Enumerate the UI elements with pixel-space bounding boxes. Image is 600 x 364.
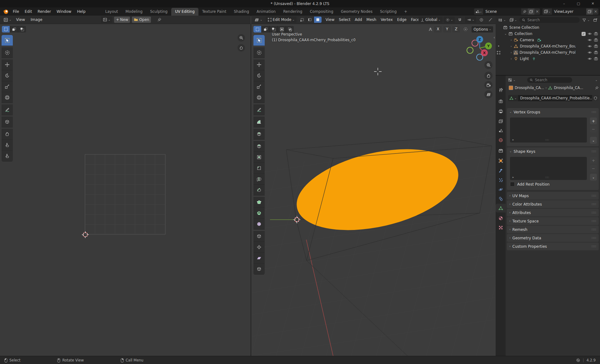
mesh-data-browse-button[interactable]: ⌄: [508, 95, 518, 101]
edge-select-mode[interactable]: [306, 17, 314, 23]
region-collapse-icon[interactable]: ‹: [493, 35, 495, 40]
vp-bevel-tool[interactable]: [253, 163, 265, 174]
tab-texture-properties[interactable]: [496, 223, 506, 232]
tab-modeling[interactable]: Modeling: [122, 8, 147, 16]
vp-shrink-fatten-tool[interactable]: [253, 242, 265, 253]
menu-help[interactable]: Help: [74, 7, 88, 16]
tab-render-properties[interactable]: [496, 97, 506, 106]
vp-extrude-region-tool[interactable]: [253, 141, 265, 152]
scene-pin-icon[interactable]: [521, 8, 528, 15]
shape-key-add-button[interactable]: +: [590, 157, 597, 164]
outliner-filter-dropdown[interactable]: ⌄: [581, 17, 591, 23]
vp-menu-select[interactable]: Select: [337, 16, 352, 24]
vp-perspective-toggle-icon[interactable]: [484, 90, 492, 98]
maximize-button[interactable]: ▢: [571, 0, 586, 7]
outliner-row-scene-collection[interactable]: Scene Collection: [496, 24, 600, 31]
uv-new-image-button[interactable]: + New: [114, 17, 130, 23]
panel-grip[interactable]: ∷∷: [592, 110, 596, 114]
tab-object-properties[interactable]: [496, 156, 506, 165]
viewlayer-remove-button[interactable]: ✕: [593, 8, 598, 15]
mirror-z-button[interactable]: Z: [452, 26, 460, 32]
uv-pan-icon[interactable]: [238, 44, 245, 52]
mode-dropdown[interactable]: Edit Mode ⌄: [266, 17, 297, 23]
expand-icon[interactable]: ›: [511, 45, 512, 48]
disable-render-icon[interactable]: [594, 32, 598, 36]
vp-spin-tool[interactable]: [253, 208, 265, 219]
new-collection-button[interactable]: [592, 17, 598, 23]
vp-select-subtract-mode[interactable]: [270, 26, 278, 32]
scene-browse-icon[interactable]: ⌄: [474, 8, 483, 15]
vp-knife-tool[interactable]: [253, 185, 265, 196]
transform-orientation-dropdown[interactable]: Global ⌄: [418, 17, 442, 23]
vp-move-tool[interactable]: [253, 59, 265, 70]
vertex-group-remove-button[interactable]: −: [590, 126, 597, 132]
disable-render-icon[interactable]: [594, 38, 598, 42]
options-dropdown[interactable]: Options⌄: [472, 26, 493, 32]
proportional-falloff-dropdown[interactable]: [487, 17, 494, 23]
gizmo-axis-y-neg[interactable]: [467, 47, 473, 53]
snap-settings-dropdown[interactable]: ⌄: [465, 17, 476, 23]
geometry-data-panel[interactable]: ›Geometry Data∷∷: [507, 234, 599, 242]
viewlayer-name-field[interactable]: ViewLayer: [552, 8, 586, 15]
tab-shading[interactable]: Shading: [230, 8, 253, 16]
mirror-x-button[interactable]: X: [434, 26, 442, 32]
panel-grip[interactable]: ∷∷: [592, 150, 596, 153]
uv-menu-view[interactable]: View: [13, 16, 28, 24]
vertex-groups-header[interactable]: ⌄ Vertex Groups ∷∷: [507, 108, 599, 116]
tab-collection-properties[interactable]: [496, 146, 506, 155]
tab-constraint-properties[interactable]: [496, 194, 506, 203]
hide-viewport-icon[interactable]: [588, 50, 592, 55]
outliner-search[interactable]: [519, 17, 580, 23]
mesh-datablock-name-field[interactable]: Drosophila_CAAX-mCherry_Probabilitie...: [518, 95, 592, 101]
vp-cursor-tool[interactable]: [253, 47, 265, 58]
breadcrumb-data[interactable]: Drosophila_CA...: [554, 86, 583, 90]
vp-inset-faces-tool[interactable]: [253, 152, 265, 163]
vp-menu-edge[interactable]: Edge: [395, 16, 409, 24]
menu-edit[interactable]: Edit: [22, 7, 35, 16]
tab-sculpting[interactable]: Sculpting: [146, 8, 171, 16]
vp-measure-tool[interactable]: [253, 117, 265, 127]
tab-geometry-nodes[interactable]: Geometry Nodes: [337, 8, 376, 16]
blender-logo-icon[interactable]: [2, 8, 9, 15]
vp-annotate-tool[interactable]: [253, 104, 265, 115]
collection-checkbox[interactable]: ✓: [582, 32, 586, 36]
shape-keys-header[interactable]: ⌄ Shape Keys ∷∷: [507, 147, 599, 155]
shape-key-specials-dropdown[interactable]: ⌄: [590, 174, 597, 181]
vp-menu-vertex[interactable]: Vertex: [378, 16, 395, 24]
shape-keys-list[interactable]: ▸ ∷∷: [510, 157, 587, 180]
expand-icon[interactable]: ›: [511, 57, 512, 60]
disable-render-icon[interactable]: [594, 50, 598, 55]
face-select-mode[interactable]: [314, 17, 322, 23]
disable-render-icon[interactable]: [594, 44, 598, 48]
vertex-group-specials-dropdown[interactable]: ⌄: [590, 137, 597, 144]
outliner-row-light[interactable]: › Light: [496, 56, 600, 62]
tab-uv-editing[interactable]: UV Editing: [171, 8, 198, 16]
menu-window[interactable]: Window: [54, 7, 74, 16]
remesh-panel[interactable]: ›Remesh∷∷: [507, 226, 599, 233]
vp-poly-build-tool[interactable]: [253, 197, 265, 208]
vp-scale-tool[interactable]: [253, 81, 265, 92]
scene-unlink-button[interactable]: ✕: [534, 8, 540, 15]
vp-tweak-select-tool[interactable]: [253, 35, 265, 46]
vp-camera-view-icon[interactable]: [484, 81, 492, 89]
add-workspace-button[interactable]: +: [400, 8, 411, 16]
vp-select-intersect-mode[interactable]: [286, 26, 294, 32]
hide-viewport-icon[interactable]: [588, 44, 592, 48]
vp-menu-mesh[interactable]: Mesh: [364, 16, 379, 24]
uv-zoom-icon[interactable]: [238, 34, 245, 42]
vp-menu-add[interactable]: Add: [352, 16, 364, 24]
uv-image-browse-button[interactable]: ⌄: [101, 17, 112, 23]
add-rest-position-checkbox[interactable]: [510, 182, 515, 187]
tab-physics-properties[interactable]: [496, 185, 506, 194]
vp-rip-region-tool[interactable]: [253, 264, 265, 275]
vp-zoom-icon[interactable]: [484, 61, 492, 69]
viewport-canvas[interactable]: Z Y X X Y Z Options⌄ User Perspective (1…: [251, 24, 496, 356]
pivot-point-dropdown[interactable]: ⌄: [444, 17, 455, 23]
viewlayer-browse-icon[interactable]: ⌄: [542, 8, 552, 15]
menu-file[interactable]: File: [10, 7, 22, 16]
vp-shear-tool[interactable]: [253, 253, 265, 264]
tab-output-properties[interactable]: [496, 107, 506, 116]
vp-transform-tool[interactable]: [253, 92, 265, 103]
navigation-gizmo[interactable]: Z Y X: [467, 36, 492, 60]
vp-edge-slide-tool[interactable]: [253, 231, 265, 242]
